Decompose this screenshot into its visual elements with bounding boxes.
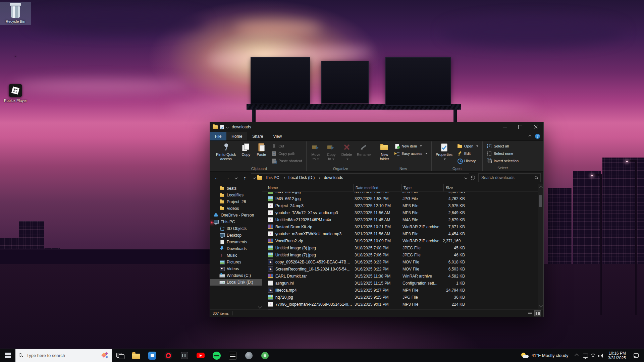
tab-share[interactable]: Share [247, 132, 268, 140]
refresh-icon[interactable] [471, 176, 475, 180]
display-tray-icon[interactable] [582, 349, 589, 362]
search-icon[interactable] [535, 176, 538, 180]
file-row[interactable]: ashgun.ini 3/13/2025 11:15 PM Configurat… [262, 280, 538, 287]
t ab-home[interactable]: Home [226, 132, 247, 140]
ribbon-button[interactable]: Copy [238, 141, 254, 166]
hidden-icons-chevron[interactable] [575, 354, 578, 357]
up-button[interactable] [240, 173, 250, 182]
details-view-button[interactable] [527, 311, 533, 316]
address-dropdown-icon[interactable] [253, 176, 256, 179]
file-row[interactable]: 77096_looperman-l-2273068-0351451-lil-..… [262, 301, 538, 308]
maximize-button[interactable] [513, 122, 528, 132]
minimize-button[interactable] [497, 122, 513, 132]
ribbon-button[interactable]: History [455, 157, 481, 165]
ribbon-button[interactable]: Move to [308, 141, 324, 166]
network-tray-icon[interactable] [589, 349, 597, 362]
quick-access-toolbar-icon[interactable] [220, 125, 224, 129]
breadcrumb-downloads[interactable]: downloads [323, 175, 343, 180]
sidebar-item[interactable]: Windows (C:) [210, 272, 262, 279]
ribbon-button[interactable]: Select all [484, 142, 521, 150]
help-icon[interactable] [535, 134, 540, 139]
file-row[interactable]: Project_24.mp3 3/22/2025 12:10 PM MP3 Fi… [262, 202, 538, 209]
address-history-icon[interactable] [465, 176, 467, 179]
back-button[interactable] [212, 173, 221, 182]
weather-widget[interactable]: 41°F Mostly cloudy [517, 349, 573, 362]
ribbon-button[interactable]: Rename [355, 141, 373, 166]
blue-app-icon[interactable] [144, 349, 160, 362]
title-bar[interactable]: downloads [210, 122, 543, 132]
sidebar-item[interactable]: 3D Objects [210, 225, 262, 232]
recent-locations-icon[interactable] [233, 173, 239, 182]
address-box[interactable]: This PC Local Disk (D:) downloads [251, 173, 469, 182]
sidebar-item[interactable]: beats [210, 185, 262, 192]
file-row[interactable]: EARL Drumkit.rar 3/15/2025 11:38 PM WinR… [262, 273, 538, 280]
start-button[interactable] [0, 349, 15, 362]
action-center-button[interactable] [630, 349, 642, 362]
ribbon-button[interactable]: Open [455, 142, 481, 150]
sidebar-item[interactable]: Local Disk (D:) [210, 279, 262, 286]
file-row[interactable]: liltecca.mp4 3/13/2025 9:27 PM MP4 File … [262, 287, 538, 294]
file-row[interactable]: Holball Eze Fzkl Win Kit 2.0.zip 3/13/20… [262, 308, 538, 309]
ribbon-button[interactable]: Properties [433, 141, 455, 166]
column-header-size[interactable]: Size [444, 184, 469, 191]
opera-icon[interactable] [160, 349, 176, 362]
ribbon-button[interactable]: Paste shortcut [269, 157, 304, 165]
ribbon-button[interactable]: Pin to Quick access [214, 141, 238, 166]
ribbon-button[interactable]: New folder [377, 141, 392, 166]
collapse-ribbon-icon[interactable] [529, 135, 531, 137]
spotify-icon[interactable] [209, 349, 225, 362]
youtube-icon[interactable] [193, 349, 209, 362]
file-row[interactable]: UntitledMar212025146PM.m4a 3/22/2025 11:… [262, 216, 538, 223]
sidebar-item[interactable]: This PC [210, 219, 262, 225]
file-row[interactable]: Untitled image (8).jpeg 3/18/2025 7:08 P… [262, 244, 538, 251]
copilot-icon[interactable] [101, 352, 109, 359]
breadcrumb-local-disk-d[interactable]: Local Disk (D:) [288, 175, 316, 180]
file-row[interactable]: Bastard Drum Kit.zip 3/21/2025 10:21 PM … [262, 223, 538, 230]
sidebar-item[interactable]: Localfiles [210, 192, 262, 198]
column-header-name[interactable]: Name [262, 184, 354, 191]
ribbon-button[interactable]: Edit [455, 150, 481, 157]
file-row[interactable]: youtube_m3nmXFWrNrU_audio.mp3 3/21/2025 … [262, 230, 538, 237]
gray-app-icon[interactable] [241, 349, 257, 362]
file-row[interactable]: copy_8952842B-180E-4539-BEAC-47B471... 3… [262, 258, 538, 265]
sidebar-item[interactable]: Documents [210, 239, 262, 245]
file-row[interactable]: Untitled image (7).jpeg 3/18/2025 7:06 P… [262, 251, 538, 258]
close-button[interactable] [528, 122, 543, 132]
file-row[interactable]: IMG_6610.jpg 3/22/2025 1:53 PM JPG File … [262, 192, 538, 195]
call-of-duty-icon[interactable] [225, 349, 241, 362]
ribbon-button[interactable]: Invert selection [484, 157, 521, 165]
sidebar-item[interactable]: Videos [210, 205, 262, 212]
sidebar-item[interactable]: Project_26 [210, 198, 262, 205]
taskbar-search-box[interactable] [15, 349, 112, 362]
scroll-up-icon[interactable] [539, 186, 542, 189]
sidebar-item[interactable]: Downloads [210, 245, 262, 252]
sidebar-item[interactable]: Pictures [210, 259, 262, 265]
sidebar-item[interactable]: Music [210, 252, 262, 259]
ribbon-button[interactable]: Cut [269, 142, 304, 150]
explorer-search-input[interactable] [481, 175, 535, 180]
unnamed-desktop-item[interactable]: - [0, 50, 31, 59]
explorer-search-box[interactable] [478, 173, 541, 182]
sidebar-item[interactable]: OneDrive - Person [210, 212, 262, 219]
column-header-date-modified[interactable]: Date modified [354, 184, 401, 191]
task-view-icon[interactable] [112, 349, 128, 362]
tab-view[interactable]: View [268, 132, 287, 140]
scrollbar-thumb[interactable] [539, 195, 542, 207]
file-row[interactable]: ScreenRecording_10-15-2024 18-05-54_1...… [262, 265, 538, 273]
ribbon-button[interactable]: Delete [339, 141, 355, 166]
tab-file[interactable]: File [210, 132, 226, 140]
volume-tray-icon[interactable] [597, 349, 604, 362]
ribbon-button[interactable]: New item [392, 142, 430, 150]
breadcrumb-this-pc[interactable]: This PC [264, 175, 280, 180]
column-header-type[interactable]: Type [401, 184, 444, 191]
green-app-icon[interactable] [257, 349, 273, 362]
file-explorer-icon[interactable] [128, 349, 144, 362]
file-row[interactable]: youtube_TA5u72_X1ss_audio.mp3 3/22/2025 … [262, 209, 538, 216]
ribbon-button[interactable]: Paste [254, 141, 269, 166]
ribbon-button[interactable]: Copy path [269, 150, 304, 157]
taskbar-search-input[interactable] [26, 353, 99, 358]
sidebar-item[interactable]: Videos [210, 265, 262, 272]
taskbar-clock[interactable]: 10:16 PM 3/31/2025 [604, 351, 630, 360]
scroll-down-icon[interactable] [539, 303, 542, 307]
dark-app-icon[interactable] [176, 349, 193, 362]
